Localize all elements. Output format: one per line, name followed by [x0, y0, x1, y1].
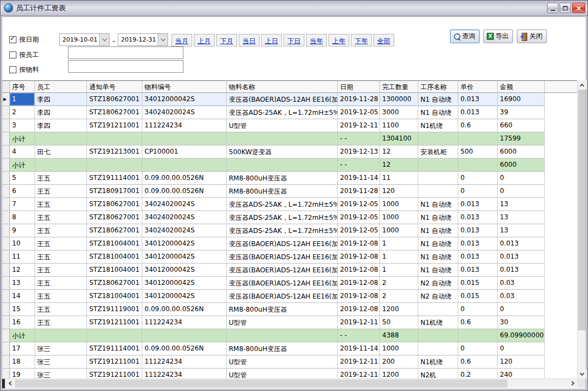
cell-amount[interactable]: 13	[498, 198, 545, 211]
cell-qty[interactable]: 11	[380, 172, 418, 185]
by-material-checkbox[interactable]	[9, 66, 16, 73]
by-date-checkbox[interactable]: ✓	[9, 36, 16, 43]
cell-code[interactable]: 111224234	[142, 119, 227, 132]
cell-notice[interactable]: STZ181004001	[87, 250, 142, 264]
table-row[interactable]: 8王五STZ18062700134024020024S变压器ADS-25AK，L…	[2, 211, 577, 224]
grid-corner-handle[interactable]	[2, 379, 5, 388]
table-row[interactable]: 6王五STZ1809170010.09.00.00.0526NRM8-800uH…	[2, 185, 577, 198]
cell-name[interactable]: RM8-800uH变压器	[227, 342, 338, 355]
cell-name[interactable]: RM8-800uH变压器	[227, 303, 338, 316]
subtotal-row[interactable]: 小计- -438869.09900000	[2, 329, 577, 342]
cell-notice[interactable]: STZ180627001	[87, 106, 142, 119]
cell-employee[interactable]: 张三	[35, 369, 87, 378]
scroll-right-button[interactable]	[568, 379, 577, 388]
cell-amount[interactable]: 120	[498, 355, 545, 369]
cell-process[interactable]	[418, 185, 458, 198]
cell-date[interactable]: 2019-12-11	[338, 119, 380, 132]
cell-qty[interactable]: 200	[380, 355, 418, 369]
horizontal-scroll-thumb[interactable]	[15, 380, 508, 388]
cell-name[interactable]: 变压器ADS-25AK，L=1.72mH±5%，	[227, 198, 338, 211]
column-header-code[interactable]: 物料编号	[142, 81, 227, 92]
scroll-left-button[interactable]	[5, 379, 14, 388]
vertical-scrollbar[interactable]	[577, 80, 586, 378]
cell-process[interactable]: N1机绕	[418, 316, 458, 329]
quick-range-button-7[interactable]: 当年	[306, 34, 327, 46]
date-from-picker[interactable]: 2019-10-01	[59, 33, 109, 46]
cell-name[interactable]: RM8-800uH变压器	[227, 172, 338, 185]
cell-notice[interactable]: STZ180627001	[87, 224, 142, 237]
cell-amount[interactable]: 6000	[498, 145, 545, 159]
cell-qty[interactable]: 2	[380, 290, 418, 303]
cell-name[interactable]: RM8-800uH变压器	[227, 185, 338, 198]
cell-process[interactable]: N1 自动绕	[418, 237, 458, 250]
cell-code[interactable]: 34024020024S	[142, 198, 227, 211]
table-row[interactable]: 3李四STZ191211001111224234U型管2019-12-11110…	[2, 119, 577, 132]
cell-notice[interactable]: STZ180627001	[87, 211, 142, 224]
cell-no[interactable]: 4	[10, 145, 35, 159]
cell-notice[interactable]: STZ191114001	[87, 342, 142, 355]
cell-employee[interactable]: 王五	[35, 277, 87, 290]
cell-amount[interactable]: 0.013	[498, 264, 545, 277]
cell-employee[interactable]: 李四	[35, 119, 87, 132]
cell-no[interactable]: 8	[10, 211, 35, 224]
cell-qty[interactable]: 50	[380, 316, 418, 329]
cell-code[interactable]: 34012000042S	[142, 277, 227, 290]
cell-name[interactable]: 变压器(BAOER)ADS-12AH EE16(加	[227, 250, 338, 264]
quick-range-button-10[interactable]: 全部	[373, 34, 394, 46]
cell-notice[interactable]: STZ180627001	[87, 198, 142, 211]
column-header-qty[interactable]: 完工数量	[380, 81, 418, 92]
cell-date[interactable]: 2019-12-05	[338, 198, 380, 211]
cell-name[interactable]: 500KW逆变器	[227, 145, 338, 159]
cell-amount[interactable]: 0.03	[498, 290, 545, 303]
table-row[interactable]: 18张三STZ191211001111224234U型管2019-12-1120…	[2, 355, 577, 369]
cell-qty[interactable]: 1100	[380, 119, 418, 132]
cell-price[interactable]: 0.013	[458, 237, 498, 250]
cell-date[interactable]: 2019-12-08	[338, 237, 380, 250]
cell-no[interactable]: 19	[10, 369, 35, 378]
column-header-no[interactable]: 序号	[10, 81, 35, 92]
cell-process[interactable]: 安装机柜	[418, 145, 458, 159]
cell-date[interactable]: 2019-12-05	[338, 224, 380, 237]
cell-no[interactable]: 10	[10, 237, 35, 250]
cell-price[interactable]: 0.015	[458, 290, 498, 303]
cell-price[interactable]: 0.6	[458, 316, 498, 329]
cell-employee[interactable]: 王五	[35, 198, 87, 211]
cell-no[interactable]: 2	[10, 106, 35, 119]
cell-date[interactable]: 2019-12-08	[338, 290, 380, 303]
table-row[interactable]: 5王五STZ1911140010.09.00.00.0526NRM8-800uH…	[2, 172, 577, 185]
query-button[interactable]: 查询	[450, 30, 480, 43]
cell-date[interactable]: 2019-12-05	[338, 106, 380, 119]
cell-price[interactable]: 0.013	[458, 224, 498, 237]
cell-qty[interactable]: 1000	[380, 211, 418, 224]
table-row[interactable]: 11王五STZ18100400134012000042S变压器(BAOER)AD…	[2, 250, 577, 264]
cell-qty[interactable]: 1	[380, 264, 418, 277]
cell-no[interactable]: 17	[10, 342, 35, 355]
table-row[interactable]: 7王五STZ18062700134024020024S变压器ADS-25AK，L…	[2, 198, 577, 211]
cell-qty[interactable]: 120	[380, 185, 418, 198]
cell-employee[interactable]: 王五	[35, 224, 87, 237]
cell-name[interactable]: 变压器(BAOER)ADS-12AH EE16(加	[227, 93, 338, 106]
quick-range-button-1[interactable]: 当月	[171, 34, 192, 46]
cell-no[interactable]: 11	[10, 250, 35, 264]
cell-date[interactable]: 2019-12-11	[338, 369, 380, 378]
minimize-button[interactable]	[547, 3, 558, 13]
cell-employee[interactable]: 王五	[35, 290, 87, 303]
cell-amount[interactable]: 30	[498, 316, 545, 329]
close-form-button[interactable]: 关闭	[517, 30, 547, 43]
cell-no[interactable]: 7	[10, 198, 35, 211]
quick-range-button-6[interactable]: 下日	[284, 34, 304, 46]
column-header-price[interactable]: 单价	[458, 81, 498, 92]
titlebar[interactable]: 员工计件工资表 ×	[1, 1, 587, 16]
cell-employee[interactable]: 李四	[35, 106, 87, 119]
cell-code[interactable]: 0.09.00.00.0526N	[142, 185, 227, 198]
cell-code[interactable]: 111224234	[142, 355, 227, 369]
cell-amount[interactable]: 0	[498, 185, 545, 198]
cell-no[interactable]: 16	[10, 316, 35, 329]
cell-amount[interactable]: 0	[498, 172, 545, 185]
cell-process[interactable]: N1 自动绕	[418, 224, 458, 237]
subtotal-row[interactable]: 小计- -126000	[2, 159, 577, 172]
column-header-process[interactable]: 工序名称	[418, 81, 458, 92]
cell-date[interactable]: 2019-12-13	[338, 145, 380, 159]
export-button[interactable]: X 导出	[483, 30, 513, 43]
cell-process[interactable]: N1 自动绕	[418, 198, 458, 211]
